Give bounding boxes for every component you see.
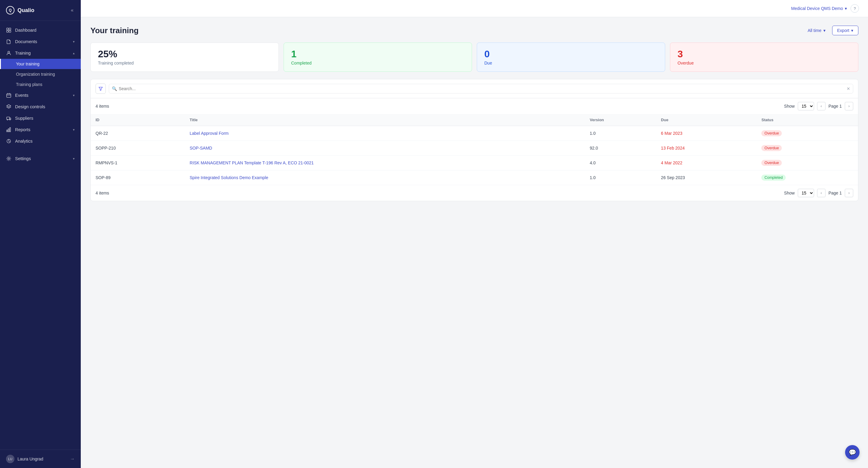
search-input[interactable] [109, 84, 853, 93]
grid-icon [6, 27, 11, 33]
svg-point-8 [10, 119, 10, 120]
org-name: Medical Device QMS Demo [791, 6, 843, 11]
stat-card-due: 0 Due [477, 42, 665, 72]
sidebar-item-label-dashboard: Dashboard [15, 28, 36, 33]
cell-status: Overdue [756, 126, 858, 141]
export-label: Export [837, 28, 849, 33]
svg-point-7 [7, 119, 8, 120]
show-label-top: Show [784, 104, 795, 109]
chevron-up-icon: ▴ [73, 51, 75, 55]
stat-value-training-pct: 25% [98, 49, 271, 59]
stat-label-completed: Completed [291, 61, 464, 65]
items-count-bottom: 4 items [96, 191, 109, 196]
sidebar-item-training-plans[interactable]: Training plans [0, 79, 81, 90]
filter-button[interactable] [96, 84, 106, 94]
col-header-id: ID [91, 114, 185, 126]
svg-point-4 [8, 51, 10, 53]
table-meta-bottom: 4 items Show 15 25 50 ‹ Page 1 › [91, 185, 858, 201]
cell-version: 4.0 [585, 155, 656, 170]
logout-icon[interactable]: → [70, 456, 75, 462]
sidebar-item-suppliers[interactable]: Suppliers [0, 113, 81, 124]
svg-rect-5 [7, 94, 11, 97]
row-title-link[interactable]: RISK MANAGEMENT PLAN Template T-196 Rev … [190, 160, 314, 165]
sidebar-item-settings[interactable]: Settings ▾ [0, 153, 81, 164]
stat-card-completed: 1 Completed [284, 42, 472, 72]
cell-version: 1.0 [585, 170, 656, 185]
col-header-due: Due [656, 114, 756, 126]
logo-icon: Q [6, 6, 14, 14]
table-row: SOPP-210 SOP-SAMD 92.0 13 Feb 2024 Overd… [91, 141, 858, 155]
sidebar-item-your-training[interactable]: Your training [0, 59, 81, 69]
search-clear-button[interactable]: ✕ [846, 86, 850, 91]
col-header-title: Title [185, 114, 585, 126]
collapse-sidebar-button[interactable]: « [70, 6, 75, 14]
gear-icon [6, 156, 11, 161]
cell-id: SOPP-210 [91, 141, 185, 155]
sidebar-item-training[interactable]: Training ▴ [0, 47, 81, 59]
chevron-down-icon-time: ▾ [824, 28, 826, 33]
calendar-icon [6, 93, 11, 98]
file-icon [6, 39, 11, 44]
cell-id: QR-22 [91, 126, 185, 141]
app-logo: Q Qualio [6, 6, 34, 14]
chat-button[interactable]: 💬 [845, 445, 860, 460]
col-header-status: Status [756, 114, 858, 126]
time-filter-label: All time [808, 28, 822, 33]
svg-rect-0 [7, 28, 8, 30]
sidebar-item-dashboard[interactable]: Dashboard [0, 24, 81, 36]
user-name: Laura Ungrad [18, 457, 43, 461]
layers-icon [6, 104, 11, 110]
cell-version: 92.0 [585, 141, 656, 155]
cell-status: Overdue [756, 155, 858, 170]
show-select-bottom[interactable]: 15 25 50 [798, 189, 814, 197]
sidebar-item-label-documents: Documents [15, 39, 37, 44]
prev-page-button-top[interactable]: ‹ [817, 102, 826, 110]
sidebar-item-design-controls[interactable]: Design controls [0, 101, 81, 113]
stat-label-overdue: Overdue [678, 61, 851, 65]
sidebar-item-analytics[interactable]: Analytics [0, 136, 81, 147]
row-title-link[interactable]: Label Approval Form [190, 131, 228, 136]
cell-id: RMPNVS-1 [91, 155, 185, 170]
cell-title: RISK MANAGEMENT PLAN Template T-196 Rev … [185, 155, 585, 170]
next-page-button-top[interactable]: › [845, 102, 853, 110]
col-header-version: Version [585, 114, 656, 126]
export-button[interactable]: Export ▾ [832, 26, 858, 35]
sidebar-item-documents[interactable]: Documents ▾ [0, 36, 81, 47]
prev-page-button-bottom[interactable]: ‹ [817, 189, 826, 197]
row-title-link[interactable]: SOP-SAMD [190, 146, 212, 150]
sidebar-item-reports[interactable]: Reports ▾ [0, 124, 81, 136]
next-page-button-bottom[interactable]: › [845, 189, 853, 197]
page-label-bottom: Page 1 [829, 191, 842, 196]
org-selector[interactable]: Medical Device QMS Demo ▾ [791, 6, 847, 11]
sidebar-item-label-settings: Settings [15, 156, 31, 161]
chevron-down-icon: ▾ [73, 40, 75, 44]
truck-icon [6, 116, 11, 121]
svg-rect-2 [7, 30, 8, 32]
svg-rect-3 [9, 30, 11, 32]
time-filter-dropdown[interactable]: All time ▾ [805, 26, 829, 35]
cell-due: 26 Sep 2023 [656, 170, 756, 185]
help-button[interactable]: ? [850, 4, 859, 13]
stat-card-overdue: 3 Overdue [670, 42, 858, 72]
stats-row: 25% Training completed 1 Completed 0 Due… [90, 42, 858, 72]
sidebar-item-label-analytics: Analytics [15, 139, 33, 144]
chevron-down-icon-reports: ▾ [73, 128, 75, 132]
sidebar-item-events[interactable]: Events ▾ [0, 90, 81, 101]
sidebar-footer: LU Laura Ungrad → [0, 449, 81, 468]
chevron-down-icon-export: ▾ [851, 28, 853, 33]
table-meta-top: 4 items Show 15 25 50 ‹ Page 1 › [91, 98, 858, 114]
header-actions: All time ▾ Export ▾ [805, 26, 858, 35]
show-select-top[interactable]: 15 25 50 [798, 102, 814, 110]
sidebar-header: Q Qualio « [0, 0, 81, 21]
cell-status: Completed [756, 170, 858, 185]
svg-rect-9 [7, 130, 7, 132]
svg-rect-1 [9, 28, 11, 30]
row-title-link[interactable]: Spire Integrated Solutions Demo Example [190, 175, 268, 180]
stat-card-training-pct: 25% Training completed [90, 42, 279, 72]
sidebar-item-org-training[interactable]: Organization training [0, 69, 81, 79]
page-title: Your training [90, 26, 138, 35]
circle-chart-icon [6, 138, 11, 144]
svg-rect-6 [7, 117, 10, 119]
chevron-down-icon-events: ▾ [73, 93, 75, 97]
stat-value-overdue: 3 [678, 49, 851, 59]
